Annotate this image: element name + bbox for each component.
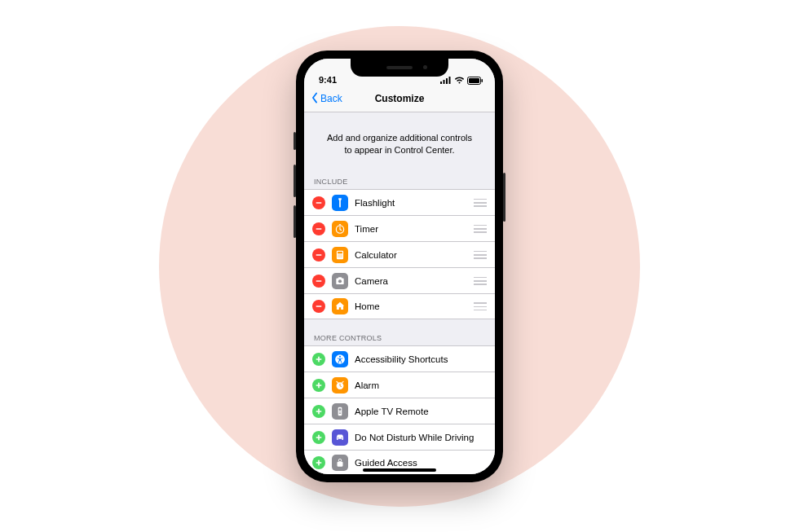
car-icon bbox=[332, 429, 348, 446]
control-row: Alarm bbox=[304, 372, 495, 398]
svg-point-21 bbox=[338, 279, 342, 283]
phone-side-button bbox=[294, 132, 296, 150]
phone-side-button bbox=[294, 165, 296, 197]
timer-icon bbox=[332, 221, 348, 237]
home-icon bbox=[332, 298, 348, 314]
content-scroll[interactable]: Add and organize additional controls to … bbox=[304, 112, 495, 474]
svg-rect-20 bbox=[316, 280, 322, 282]
remove-button[interactable] bbox=[312, 222, 325, 235]
svg-rect-2 bbox=[446, 78, 448, 84]
phone-frame: 9:41 Back Customize bbox=[296, 51, 503, 482]
wifi-icon bbox=[454, 77, 465, 84]
control-row: Home bbox=[304, 293, 495, 319]
svg-rect-11 bbox=[316, 254, 322, 256]
chevron-left-icon bbox=[309, 92, 320, 106]
screen: 9:41 Back Customize bbox=[304, 59, 495, 474]
control-label: Do Not Disturb While Driving bbox=[355, 433, 487, 442]
remove-button[interactable] bbox=[312, 248, 325, 262]
camera-icon bbox=[332, 273, 348, 289]
add-button[interactable] bbox=[312, 456, 325, 469]
remote-icon bbox=[332, 403, 348, 420]
control-label: Flashlight bbox=[355, 198, 467, 208]
svg-rect-22 bbox=[316, 306, 322, 307]
svg-rect-3 bbox=[449, 77, 451, 84]
lock-icon bbox=[332, 455, 348, 471]
add-button[interactable] bbox=[312, 431, 325, 444]
add-button[interactable] bbox=[312, 405, 325, 418]
svg-rect-5 bbox=[469, 78, 479, 83]
control-label: Apple TV Remote bbox=[355, 407, 487, 416]
svg-rect-31 bbox=[318, 408, 320, 414]
drag-handle-icon[interactable] bbox=[474, 277, 487, 285]
control-label: Home bbox=[355, 301, 467, 311]
notch bbox=[351, 59, 448, 77]
control-row: Timer bbox=[304, 215, 495, 241]
svg-point-26 bbox=[339, 356, 341, 358]
control-label: Alarm bbox=[355, 380, 487, 390]
status-time: 9:41 bbox=[319, 75, 337, 85]
control-row: Accessibility Shortcuts bbox=[304, 345, 495, 372]
back-button[interactable]: Back bbox=[309, 92, 342, 106]
control-label: Camera bbox=[355, 276, 467, 286]
remove-button[interactable] bbox=[312, 275, 325, 288]
add-button[interactable] bbox=[312, 353, 325, 366]
drag-handle-icon[interactable] bbox=[474, 199, 487, 207]
calculator-icon bbox=[332, 247, 348, 263]
control-row: Apple TV Remote bbox=[304, 398, 495, 424]
section-header-include: INCLUDE bbox=[304, 174, 495, 189]
add-button[interactable] bbox=[312, 379, 325, 392]
remove-button[interactable] bbox=[312, 300, 325, 313]
control-label: Accessibility Shortcuts bbox=[355, 354, 487, 364]
remove-button[interactable] bbox=[312, 196, 325, 209]
svg-rect-34 bbox=[339, 411, 341, 412]
svg-rect-35 bbox=[339, 413, 341, 414]
description-text: Add and organize additional controls to … bbox=[304, 112, 495, 175]
alarm-icon bbox=[332, 377, 348, 394]
drag-handle-icon[interactable] bbox=[474, 251, 487, 259]
svg-point-17 bbox=[338, 256, 338, 257]
svg-rect-41 bbox=[318, 460, 320, 466]
drag-handle-icon[interactable] bbox=[474, 225, 487, 233]
svg-point-33 bbox=[339, 408, 342, 411]
svg-point-38 bbox=[338, 437, 338, 438]
back-label: Back bbox=[320, 93, 342, 104]
control-label: Guided Access bbox=[355, 458, 487, 468]
control-row: Camera bbox=[304, 267, 495, 293]
svg-rect-28 bbox=[318, 382, 320, 388]
svg-rect-7 bbox=[316, 202, 322, 204]
svg-point-39 bbox=[342, 437, 342, 438]
svg-point-14 bbox=[338, 254, 338, 255]
nav-bar: Back Customize bbox=[304, 86, 495, 112]
control-row: Do Not Disturb While Driving bbox=[304, 424, 495, 450]
svg-rect-37 bbox=[318, 434, 320, 440]
svg-point-16 bbox=[341, 254, 342, 255]
svg-rect-1 bbox=[444, 80, 445, 84]
section-header-more: MORE CONTROLS bbox=[304, 331, 495, 345]
svg-rect-10 bbox=[339, 224, 341, 225]
control-row: Calculator bbox=[304, 241, 495, 267]
svg-rect-6 bbox=[482, 79, 483, 82]
svg-point-15 bbox=[339, 254, 340, 255]
svg-rect-43 bbox=[338, 462, 343, 467]
battery-icon bbox=[467, 77, 483, 85]
control-row: Flashlight bbox=[304, 189, 495, 215]
svg-rect-0 bbox=[440, 81, 442, 84]
control-label: Timer bbox=[355, 224, 467, 234]
signal-icon bbox=[440, 77, 452, 84]
flashlight-icon bbox=[332, 195, 348, 211]
svg-point-18 bbox=[339, 256, 340, 257]
phone-side-button bbox=[503, 173, 505, 222]
svg-rect-42 bbox=[338, 459, 342, 463]
svg-rect-24 bbox=[318, 356, 320, 362]
phone-side-button bbox=[294, 205, 296, 238]
svg-point-19 bbox=[341, 256, 342, 257]
svg-rect-8 bbox=[316, 228, 322, 230]
home-indicator[interactable] bbox=[363, 468, 436, 472]
svg-rect-13 bbox=[338, 252, 342, 253]
accessibility-icon bbox=[332, 351, 348, 367]
drag-handle-icon[interactable] bbox=[474, 302, 487, 310]
control-label: Calculator bbox=[355, 250, 467, 260]
